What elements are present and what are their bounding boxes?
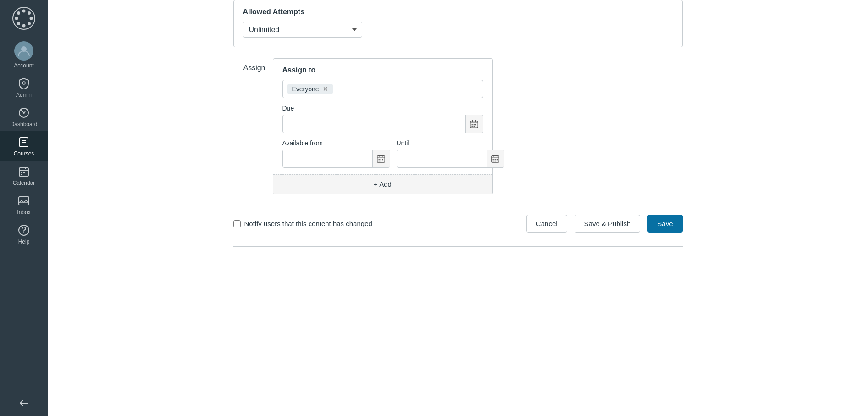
sidebar-item-admin[interactable]: Admin	[0, 72, 48, 102]
dashboard-icon	[17, 106, 30, 119]
until-input[interactable]	[397, 155, 487, 162]
svg-rect-34	[474, 124, 475, 125]
sidebar-item-inbox[interactable]: Inbox	[0, 190, 48, 219]
assign-box: Assign to Everyone ✕ Due	[273, 58, 493, 194]
svg-point-12	[23, 112, 25, 114]
until-label: Until	[397, 139, 504, 147]
main-content: Allowed Attempts Unlimited 1 2 3 Assign …	[48, 0, 868, 416]
add-button-label: + Add	[374, 180, 392, 188]
courses-icon	[17, 136, 30, 149]
save-publish-button[interactable]: Save & Publish	[575, 215, 641, 233]
available-from-input[interactable]	[283, 155, 372, 162]
sidebar-item-label: Admin	[16, 92, 32, 98]
calendar-icon	[17, 165, 30, 178]
until-field	[397, 150, 504, 168]
sidebar-item-dashboard[interactable]: Dashboard	[0, 102, 48, 131]
sidebar-item-label: Calendar	[13, 180, 35, 186]
allowed-attempts-title: Allowed Attempts	[243, 8, 673, 16]
sidebar: Account Admin Dashboard Courses	[0, 0, 48, 416]
content-area: Allowed Attempts Unlimited 1 2 3 Assign …	[206, 0, 710, 265]
attempts-select-wrapper: Unlimited 1 2 3	[243, 22, 362, 38]
available-from-field	[282, 150, 390, 168]
svg-point-3	[15, 17, 18, 20]
svg-rect-35	[475, 124, 476, 125]
sidebar-item-help[interactable]: Help	[0, 219, 48, 249]
sidebar-item-label: Account	[14, 62, 33, 69]
allowed-attempts-section: Allowed Attempts Unlimited 1 2 3	[233, 0, 683, 47]
svg-rect-21	[21, 172, 22, 173]
due-label: Due	[282, 105, 483, 112]
due-date-input[interactable]	[283, 120, 465, 128]
svg-rect-24	[19, 197, 29, 205]
svg-rect-36	[472, 126, 473, 127]
svg-point-10	[22, 82, 25, 84]
due-date-field	[282, 115, 483, 133]
svg-rect-23	[21, 174, 22, 175]
collapse-icon	[18, 398, 29, 409]
svg-rect-42	[379, 159, 380, 160]
calendar-icon	[470, 119, 479, 128]
inbox-icon	[17, 194, 30, 207]
calendar-icon	[491, 154, 500, 163]
svg-rect-55	[495, 161, 496, 161]
svg-point-6	[28, 22, 31, 25]
svg-point-5	[17, 11, 20, 15]
svg-rect-44	[382, 159, 383, 160]
sidebar-item-label: Help	[18, 239, 30, 245]
svg-point-4	[30, 17, 33, 20]
svg-point-2	[22, 24, 26, 28]
calendar-icon	[376, 154, 386, 163]
collapse-button[interactable]	[0, 390, 48, 416]
svg-point-27	[23, 232, 24, 233]
svg-rect-43	[381, 159, 381, 160]
save-button[interactable]: Save	[647, 215, 682, 233]
svg-rect-51	[493, 159, 494, 160]
add-button[interactable]: + Add	[273, 174, 492, 194]
sidebar-item-account[interactable]: Account	[0, 37, 48, 72]
svg-point-7	[28, 11, 31, 15]
sidebar-item-label: Inbox	[17, 209, 30, 216]
cancel-button[interactable]: Cancel	[526, 215, 567, 233]
due-date-calendar-button[interactable]	[465, 115, 483, 133]
allowed-attempts-select[interactable]: Unlimited 1 2 3	[243, 22, 362, 38]
until-group: Until	[397, 139, 504, 174]
available-from-group: Available from	[282, 139, 390, 174]
svg-rect-22	[23, 172, 25, 173]
sidebar-item-courses[interactable]: Courses	[0, 131, 48, 161]
everyone-tag-label: Everyone	[292, 85, 319, 93]
svg-rect-37	[474, 126, 475, 127]
assign-to-field[interactable]: Everyone ✕	[282, 80, 483, 98]
until-calendar-button[interactable]	[487, 150, 504, 168]
notify-text: Notify users that this content has chang…	[244, 220, 372, 227]
svg-rect-53	[497, 159, 498, 160]
svg-rect-33	[472, 124, 473, 125]
sidebar-item-label: Dashboard	[11, 121, 38, 128]
bottom-divider	[233, 246, 683, 247]
sidebar-item-label: Courses	[14, 150, 34, 157]
bottom-bar: Notify users that this content has chang…	[233, 205, 683, 237]
assign-row: Assign Assign to Everyone ✕ Due	[233, 58, 683, 194]
notify-checkbox[interactable]	[233, 220, 241, 227]
shield-icon	[17, 77, 30, 90]
notify-label[interactable]: Notify users that this content has chang…	[233, 220, 372, 227]
svg-rect-52	[495, 159, 496, 160]
assign-label: Assign	[233, 58, 265, 72]
avatar	[14, 41, 33, 61]
svg-point-8	[17, 22, 20, 25]
svg-rect-45	[379, 161, 380, 161]
svg-rect-46	[381, 161, 381, 161]
everyone-tag-remove[interactable]: ✕	[322, 86, 329, 92]
svg-rect-54	[493, 161, 494, 161]
available-from-label: Available from	[282, 139, 390, 147]
assign-to-title: Assign to	[282, 66, 483, 74]
date-fields-row: Available from	[282, 139, 483, 174]
help-icon	[17, 224, 30, 237]
svg-point-1	[22, 10, 26, 13]
sidebar-item-calendar[interactable]: Calendar	[0, 161, 48, 190]
available-from-calendar-button[interactable]	[372, 150, 390, 168]
sidebar-logo	[0, 0, 48, 37]
everyone-tag: Everyone ✕	[287, 84, 333, 94]
